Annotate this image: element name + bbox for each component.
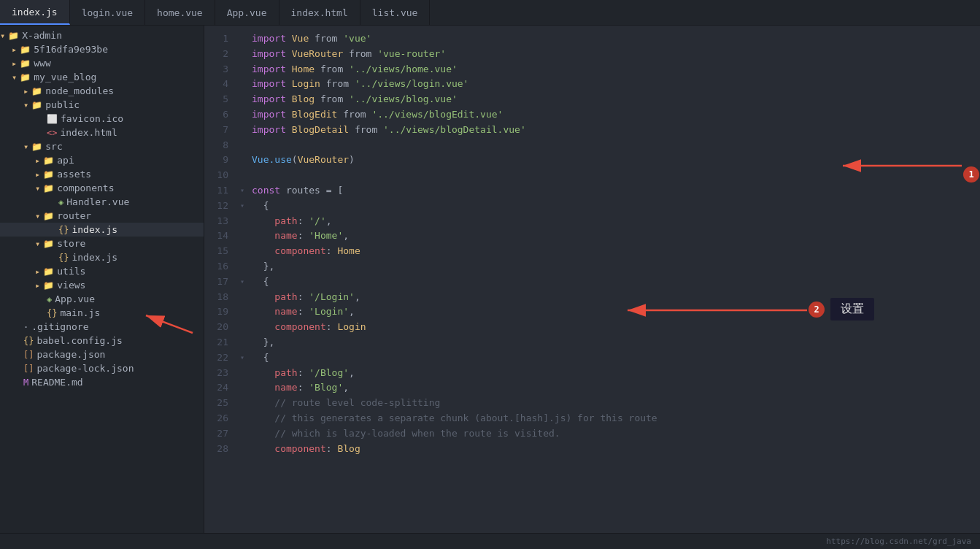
token-prop: name	[274, 229, 297, 244]
sidebar-item-favicon-ico[interactable]: ⬜favicon.ico	[0, 112, 204, 126]
token-comment: // which is lazy-loaded when the route i…	[252, 426, 560, 442]
token-normal: from	[337, 107, 371, 123]
fold-icon-11[interactable]: ▾	[240, 185, 249, 196]
token-str: '../views/blogDetail.vue'	[383, 123, 526, 138]
sidebar-item-package-json[interactable]: []package.json	[0, 348, 204, 361]
folder-icon: 📁	[20, 58, 31, 69]
code-line-16: },	[240, 259, 980, 274]
token-prop: component	[274, 442, 325, 457]
fold-icon-12[interactable]: ▾	[240, 200, 249, 212]
sidebar-item-readme-md[interactable]: MREADME.md	[0, 375, 204, 389]
tab-home-vue[interactable]: home.vue	[145, 0, 215, 25]
sidebar-item-api[interactable]: ▸📁api	[0, 153, 204, 167]
token-str: '/'	[309, 214, 325, 229]
editor-area[interactable]: 1234567891011121314151617181920212223242…	[204, 26, 980, 533]
token-str: '../views/blog.vue'	[349, 92, 458, 107]
sidebar-item-handler-vue[interactable]: ◈Handler.vue	[0, 195, 204, 209]
line-number-25: 25	[210, 396, 228, 411]
token-normal	[252, 214, 274, 229]
sidebar-item-label-my-vue-blog: my_vue_blog	[34, 72, 96, 82]
token-normal: :	[298, 380, 309, 396]
line-number-23: 23	[210, 366, 228, 381]
token-val: BlogDetail	[292, 123, 349, 138]
sidebar-item-gitignore[interactable]: ·.gitignore	[0, 320, 204, 334]
sidebar-item-main-js[interactable]: {}main.js	[0, 306, 204, 320]
code-line-24: name: 'Blog',	[240, 380, 980, 396]
line-number-19: 19	[210, 304, 228, 320]
token-val: VueRouter	[298, 153, 349, 168]
code-line-14: name: 'Home',	[240, 229, 980, 244]
token-normal: ,	[326, 214, 332, 229]
fold-icon-22[interactable]: ▾	[240, 352, 249, 364]
tab-list-vue[interactable]: list.vue	[360, 0, 431, 25]
sidebar-item-www[interactable]: ▸📁www	[0, 56, 204, 70]
code-line-25: // route level code-splitting	[240, 396, 980, 411]
js-file-icon: {}	[23, 336, 34, 346]
sidebar-item-babel-config[interactable]: {}babel.config.js	[0, 334, 204, 348]
js-file-icon: {}	[58, 253, 69, 263]
sidebar-item-label-favicon-ico: favicon.ico	[61, 113, 123, 124]
sidebar-item-app-vue-file[interactable]: ◈App.vue	[0, 292, 204, 306]
chevron-right-icon: ▸	[12, 45, 17, 55]
sidebar-item-public[interactable]: ▾📁public	[0, 98, 204, 112]
sidebar-item-store[interactable]: ▾📁store	[0, 237, 204, 250]
token-str: 'Blog'	[309, 380, 343, 396]
token-normal: ,	[355, 290, 360, 305]
token-normal: from	[349, 123, 383, 138]
tab-app-vue[interactable]: App.vue	[215, 0, 279, 25]
token-normal: ,	[349, 304, 355, 320]
sidebar-item-index-html-file[interactable]: <>index.html	[0, 126, 204, 139]
token-normal: {	[252, 274, 269, 290]
code-content: import Vue from 'vue'import VueRouter fr…	[237, 26, 980, 533]
line-number-26: 26	[210, 411, 228, 426]
sidebar-item-store-index-js[interactable]: {}index.js	[0, 250, 204, 264]
sidebar-item-src[interactable]: ▾📁src	[0, 139, 204, 153]
sidebar-item-label-handler-vue: Handler.vue	[66, 196, 129, 207]
code-container: 1234567891011121314151617181920212223242…	[204, 26, 980, 533]
sidebar-item-views[interactable]: ▸📁views	[0, 278, 204, 292]
code-line-12: ▾ {	[240, 199, 980, 214]
chevron-right-icon: ▸	[35, 266, 40, 277]
sidebar-item-utils[interactable]: ▸📁utils	[0, 264, 204, 278]
sidebar-item-my-vue-blog[interactable]: ▾📁my_vue_blog	[0, 70, 204, 84]
token-normal: ,	[343, 229, 349, 244]
chevron-down-icon: ▾	[12, 72, 17, 82]
sidebar-item-x-admin[interactable]: ▾📁X-admin	[0, 28, 204, 42]
token-str: 'vue'	[343, 31, 371, 47]
sidebar-item-package-lock[interactable]: []package-lock.json	[0, 361, 204, 375]
token-normal: )	[349, 153, 355, 168]
token-normal	[252, 290, 274, 305]
line-number-11: 11	[210, 183, 228, 199]
tab-index-html[interactable]: index.html	[279, 0, 360, 25]
sidebar-item-components[interactable]: ▾📁components	[0, 181, 204, 195]
line-number-18: 18	[210, 290, 228, 305]
chevron-right-icon: ▸	[23, 86, 28, 96]
sidebar-item-label-utils: utils	[57, 266, 85, 277]
sidebar-item-hash[interactable]: ▸📁5f16dfa9e93be	[0, 42, 204, 56]
token-val: Login	[292, 77, 320, 92]
token-val: VueRouter	[292, 47, 343, 62]
sidebar-item-router[interactable]: ▾📁router	[0, 209, 204, 223]
sidebar-item-router-index-js[interactable]: {}index.js	[0, 223, 204, 237]
sidebar-item-node-modules[interactable]: ▸📁node_modules	[0, 84, 204, 98]
chevron-down-icon: ▾	[0, 31, 5, 41]
chevron-down-icon: ▾	[35, 211, 40, 221]
chevron-down-icon: ▾	[35, 183, 40, 193]
js-file-icon: {}	[58, 225, 69, 235]
chevron-right-icon: ▸	[35, 156, 40, 166]
token-prop: component	[274, 244, 325, 259]
folder-icon: 📁	[31, 86, 42, 96]
tab-index-js[interactable]: index.js	[0, 0, 70, 25]
fold-icon-17[interactable]: ▾	[240, 276, 249, 288]
token-val: Home	[292, 62, 315, 77]
line-number-14: 14	[210, 229, 228, 244]
line-number-10: 10	[210, 168, 228, 183]
line-numbers: 1234567891011121314151617181920212223242…	[204, 26, 237, 533]
line-number-12: 12	[210, 199, 228, 214]
vue-file-icon: ◈	[47, 294, 52, 304]
tab-login-vue[interactable]: login.vue	[70, 0, 145, 25]
vue-file-icon: ◈	[58, 197, 63, 207]
sidebar-item-assets[interactable]: ▸📁assets	[0, 167, 204, 181]
token-normal	[252, 229, 274, 244]
folder-icon: 📁	[43, 169, 54, 180]
